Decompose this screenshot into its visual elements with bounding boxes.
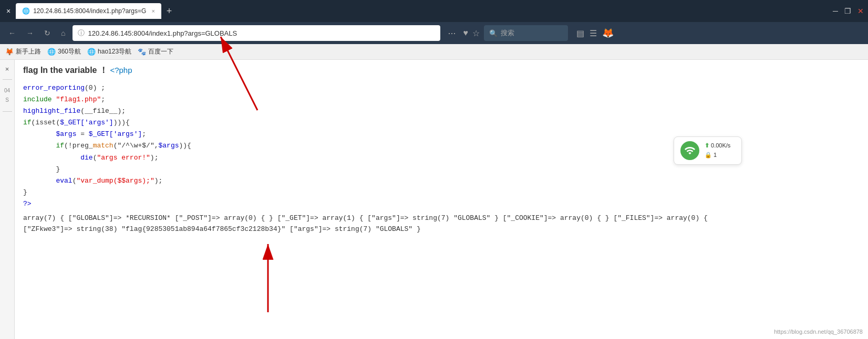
code-get-args-2: $_GET['args'] [89,130,142,138]
code-args-var: $args [56,130,76,138]
code-line-8: } [23,164,860,175]
search-placeholder: 搜索 [501,28,514,38]
code-match-keyword: match [93,142,113,150]
code-error-reporting: error_reporting [23,84,85,92]
bookmark-item-3[interactable]: 🌐 hao123导航 [87,47,131,56]
code-die-str: "args error!" [97,154,150,162]
main-content: flag In the variable ！ <?php error_repor… [15,60,868,339]
code-line-11: ?> [23,198,860,210]
url-display: 120.24.86.145:8004/index1.php?args=GLOBA… [88,29,435,37]
speed-value: 0.00K/s [711,142,730,149]
maximize-button[interactable]: ❐ [844,7,851,15]
sidebar: × 04S [0,60,15,339]
tab-label: 120.24.86.145:8004/index1.php?args=G [33,7,146,15]
network-info: ⬆ 0.00K/s 🔒 1 [705,141,730,160]
bookmark-icon-3: 🌐 [87,48,96,56]
new-tab-button[interactable]: + [164,6,174,17]
output-line-2: ["ZFkwe3"]=> string(38) "flag{92853051ab… [23,224,860,235]
code-args-var-2: $args [158,142,179,150]
back-button[interactable]: ← [5,27,19,39]
nav-right-icons: ▤ ☰ 🦊 [576,27,614,39]
bookmark-button[interactable]: ☆ [472,28,480,38]
bookmark-label-4: 百度一下 [148,47,173,56]
code-line-1: error_reporting(0) ; [23,82,860,94]
firefox-icon: 🦊 [602,27,614,39]
url-host: 120.24.86.145: [88,29,133,37]
output-area: array(7) { ["GLOBALS"]=> *RECURSION* ["_… [23,213,860,235]
tab-close-button[interactable]: × [4,6,13,16]
network-widget: ⬆ 0.00K/s 🔒 1 [674,136,742,165]
network-speed: ⬆ 0.00K/s [705,141,730,151]
code-include-keyword: include [23,96,52,103]
output-line-1: array(7) { ["GLOBALS"]=> *RECURSION* ["_… [23,213,860,224]
page-title: flag In the variable ！ <?php [23,65,860,76]
sidebar-close-icon[interactable]: × [5,65,9,73]
tab-favicon: 🌐 [22,7,30,15]
code-line-3: highlight_file(__file__); [23,105,860,117]
sidebar-divider [3,79,12,80]
bookmark-label-2: 360导航 [58,47,81,56]
minimize-button[interactable]: ─ [833,7,838,15]
code-if2-keyword: if [56,142,64,150]
code-line-10: } [23,187,860,198]
tab-x-button[interactable]: × [151,8,154,14]
url-path: 8004/index1.php?args=GLOBALS [133,29,237,37]
tab-bar: × 🌐 120.24.86.145:8004/index1.php?args=G… [4,3,174,19]
bookmark-icon-1: 🦊 [5,48,14,56]
sidebar-divider-2 [3,111,12,112]
code-php-close: ?> [23,200,32,208]
home-button[interactable]: ⌂ [58,27,68,39]
bookmark-item-1[interactable]: 🦊 新手上路 [5,47,41,56]
info-icon: ⓘ [78,28,85,38]
code-line-2: include "flag1.php"; [23,94,860,105]
refresh-button[interactable]: ↻ [41,27,54,39]
code-eval-str: "var_dump($$args);" [76,177,154,185]
bookmark-icon-4: 🐾 [138,48,146,56]
navigation-bar: ← → ↻ ⌂ ⓘ 120.24.86.145:8004/index1.php?… [0,22,868,44]
bookmarks-bar: 🦊 新手上路 🌐 360导航 🌐 hao123导航 🐾 百度一下 [0,44,868,60]
code-get-args: $_GET['args'] [60,119,113,126]
bookmark-label-3: hao123导航 [98,47,131,56]
sidebar-numbers: 04S [4,86,10,105]
forward-button[interactable]: → [23,27,37,39]
title-php-tag: <?php [110,66,132,75]
code-die-keyword: die [80,154,92,162]
code-line-9: eval("var_dump($$args);"); [23,175,860,187]
browser-titlebar: × 🌐 120.24.86.145:8004/index1.php?args=G… [0,0,868,22]
active-tab[interactable]: 🌐 120.24.86.145:8004/index1.php?args=G × [16,3,161,19]
bookmark-item-4[interactable]: 🐾 百度一下 [138,47,173,56]
connections-value: 1 [714,152,717,158]
wifi-icon [680,141,699,160]
code-include-file: "flag1.php" [56,96,101,103]
watermark: https://blog.csdn.net/qq_36706878 [774,329,863,335]
code-highlight-file: highlight_file [23,107,80,115]
close-button[interactable]: ✕ [857,7,864,15]
search-box[interactable]: 🔍 搜索 [484,25,568,41]
search-icon: 🔍 [489,29,498,37]
pocket-button[interactable]: ♥ [463,28,468,38]
code-line-4: if(isset($_GET['args']))){ [23,117,860,129]
bookmark-item-2[interactable]: 🌐 360导航 [47,47,81,56]
window-controls: ─ ❐ ✕ [833,7,864,15]
address-bar[interactable]: ⓘ 120.24.86.145:8004/index1.php?args=GLO… [73,25,440,41]
menu-icon[interactable]: ☰ [590,28,597,38]
bookmark-icon-2: 🌐 [47,48,56,56]
more-options-button[interactable]: ··· [445,28,459,39]
sidebar-toggle-icon[interactable]: ▤ [576,28,584,38]
title-bold-text: flag In the variable ！ [23,66,108,75]
code-if-keyword: if [23,119,32,126]
code-eval-keyword: eval [56,177,72,185]
bookmark-label-1: 新手上路 [16,47,41,56]
network-connections: 🔒 1 [705,151,730,160]
